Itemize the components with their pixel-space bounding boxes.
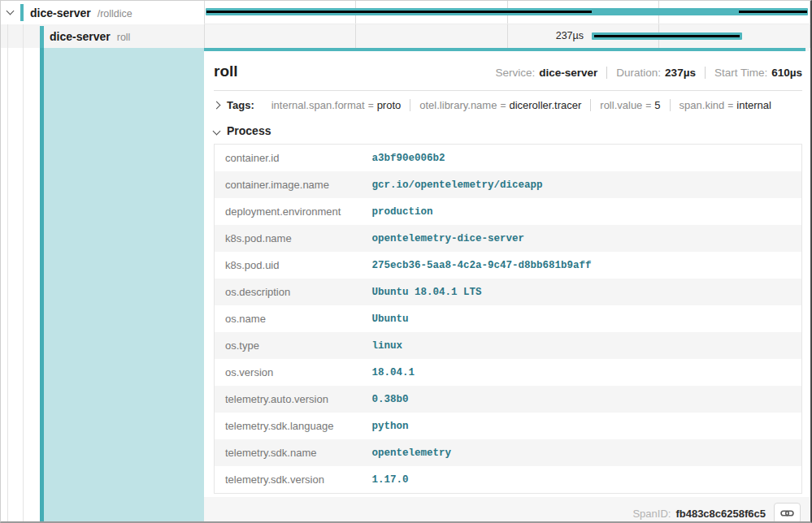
span-bar-child[interactable]: [592, 32, 742, 40]
collapse-chevron-icon[interactable]: [7, 7, 15, 15]
table-row: k8s.pod.nameopentelemetry-dice-server: [215, 225, 802, 252]
span-detail-header: roll Service: dice-server Duration: 237µ…: [214, 51, 802, 91]
kv-value: gcr.io/opentelemetry/diceapp: [362, 171, 802, 198]
kv-value: 1.17.0: [362, 466, 802, 494]
span-row-child-name[interactable]: dice-server roll: [1, 24, 204, 48]
span-title: roll: [214, 63, 238, 80]
kv-value: Ubuntu 18.04.1 LTS: [362, 279, 802, 305]
chevron-right-icon: [213, 102, 221, 110]
tag-value: internal: [736, 99, 771, 111]
kv-key: os.type: [215, 332, 362, 359]
span-color-bar: [40, 48, 44, 521]
indent-guide: [7, 48, 8, 521]
process-key-value-table: container.ida3bf90e006b2 container.image…: [214, 144, 802, 494]
indent-guide: [7, 24, 8, 48]
span-detail-panel: roll Service: dice-server Duration: 237µ…: [204, 48, 810, 521]
table-row: container.image.namegcr.io/opentelemetry…: [215, 171, 802, 198]
selected-span-highlight: [44, 48, 204, 521]
tag-value: proto: [377, 99, 402, 111]
kv-value: linux: [362, 332, 802, 359]
service-label: Service:: [495, 67, 535, 79]
start-time-value: 610µs: [771, 67, 802, 79]
chevron-down-icon: [213, 127, 221, 135]
critical-path-segment: [739, 11, 807, 13]
kv-value: a3bf90e006b2: [362, 145, 802, 172]
span-meta: Service: dice-server Duration: 237µs Sta…: [495, 67, 802, 79]
kv-key: deployment.environment: [215, 198, 362, 225]
tag-key: roll.value: [600, 99, 642, 111]
link-icon: [780, 508, 794, 519]
tag-key: span.kind: [680, 99, 725, 111]
kv-key: os.description: [215, 279, 362, 305]
table-row: telemetry.sdk.version1.17.0: [215, 466, 802, 494]
tags-label: Tags:: [227, 99, 254, 111]
tag-item: span.kind=internal: [670, 99, 780, 111]
table-row: telemetry.auto.version0.38b0: [215, 386, 802, 413]
spanid-value: fb483c8c6258f6c5: [675, 508, 766, 520]
table-row: telemetry.sdk.languagepython: [215, 413, 802, 439]
selected-span-highlight-column: [1, 48, 204, 521]
span-color-bar: [40, 26, 44, 48]
equals-sign: =: [497, 100, 509, 111]
tags-accordion[interactable]: Tags: internal.span.format=proto otel.li…: [214, 91, 802, 119]
span-row-parent-name[interactable]: dice-server /rolldice: [1, 1, 204, 24]
table-row: os.typelinux: [215, 332, 802, 359]
duration-value: 237µs: [665, 67, 696, 79]
table-row: os.descriptionUbuntu 18.04.1 LTS: [215, 279, 802, 305]
kv-key: os.version: [215, 359, 362, 386]
kv-key: container.image.name: [215, 171, 362, 198]
indent-guide: [23, 24, 24, 48]
kv-key: telemetry.sdk.language: [215, 413, 362, 439]
kv-value: production: [362, 198, 802, 225]
kv-value: opentelemetry: [362, 439, 802, 466]
kv-value: opentelemetry-dice-server: [362, 225, 802, 252]
kv-value: python: [362, 413, 802, 439]
table-row: deployment.environmentproduction: [215, 198, 802, 225]
service-name: dice-server: [30, 6, 91, 19]
span-bar-parent[interactable]: [206, 8, 808, 15]
span-detail-accent-bar: [204, 48, 805, 51]
tag-value: diceroller.tracer: [509, 99, 581, 111]
kv-value: 18.04.1: [362, 359, 802, 386]
copy-link-button[interactable]: [774, 503, 801, 523]
duration-label: Duration:: [616, 67, 661, 79]
kv-key: telemetry.sdk.version: [215, 466, 362, 494]
span-detail-card: roll Service: dice-server Duration: 237µ…: [204, 51, 810, 497]
start-time-label: Start Time:: [714, 67, 767, 79]
kv-value: 0.38b0: [362, 386, 802, 413]
operation-name: /rolldice: [98, 8, 132, 19]
spanid-label: SpanID:: [632, 508, 671, 520]
span-color-bar: [20, 4, 24, 21]
kv-key: k8s.pod.name: [215, 225, 362, 252]
span-detail-footer: SpanID: fb483c8c6258f6c5: [204, 497, 810, 523]
kv-key: k8s.pod.uid: [215, 252, 362, 279]
tag-key: internal.span.format: [271, 99, 365, 111]
operation-name: roll: [117, 32, 131, 43]
tag-item: roll.value=5: [590, 99, 669, 111]
process-label: Process: [227, 124, 271, 137]
table-row: telemetry.sdk.nameopentelemetry: [215, 439, 802, 466]
table-row: os.version18.04.1: [215, 359, 802, 386]
timeline-row-parent[interactable]: [204, 1, 810, 24]
kv-key: telemetry.sdk.name: [215, 439, 362, 466]
kv-key: telemetry.auto.version: [215, 386, 362, 413]
divider: [606, 67, 607, 79]
jaeger-trace-view: dice-server /rolldice dice-server roll 2…: [0, 0, 812, 523]
process-accordion[interactable]: Process: [214, 119, 802, 144]
tag-item: otel.library.name=diceroller.tracer: [410, 99, 590, 111]
table-row: k8s.pod.uid275ecb36-5aa8-4c2a-9c47-d8bb6…: [215, 252, 802, 279]
span-duration-label: 237µs: [556, 30, 584, 41]
kv-key: container.id: [215, 145, 362, 172]
equals-sign: =: [724, 100, 736, 111]
tag-key: otel.library.name: [419, 99, 497, 111]
equals-sign: =: [365, 100, 377, 111]
table-row: container.ida3bf90e006b2: [215, 145, 802, 172]
kv-value: 275ecb36-5aa8-4c2a-9c47-d8bb681b9aff: [362, 252, 802, 279]
service-value: dice-server: [539, 67, 597, 79]
equals-sign: =: [642, 100, 654, 111]
kv-key: os.name: [215, 305, 362, 332]
kv-value: Ubuntu: [362, 305, 802, 332]
critical-path-segment: [206, 11, 592, 13]
table-row: os.nameUbuntu: [215, 305, 802, 332]
timeline-row-child[interactable]: 237µs: [204, 24, 810, 48]
